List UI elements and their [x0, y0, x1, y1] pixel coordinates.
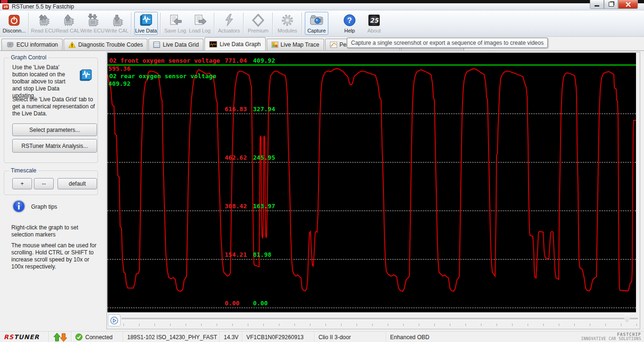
timescale-zoom-out-button[interactable]: -- [34, 178, 54, 189]
toolbar-separator [160, 13, 161, 34]
chip-read-icon [61, 13, 75, 27]
tab-label: Diagnostic Trouble Codes [78, 41, 143, 48]
green-axis-tick: 81.98 [253, 251, 271, 259]
green-axis-tick: 409.92 [253, 57, 275, 65]
tab-live-map-trace[interactable]: Live Map Trace [267, 39, 324, 50]
footer-logo-line1: FASTCHIP [581, 333, 641, 337]
graph-control-paragraph-1: Use the 'Live Data' button located on th… [12, 64, 75, 99]
chip-icon [6, 41, 14, 48]
button-label: Select parameters... [29, 127, 80, 133]
waveform-icon [139, 13, 153, 27]
red-axis-tick: 616.83 [225, 106, 247, 113]
statusbar-brand: RSTUNER [0, 332, 49, 342]
red-axis-tick: 154.21 [225, 251, 247, 259]
doc-save-icon [168, 13, 182, 27]
capture-button[interactable]: Capture [305, 12, 328, 35]
close-icon [625, 2, 631, 7]
read-cal-button[interactable]: Read CAL [56, 12, 80, 35]
toolbar-separator [131, 13, 132, 34]
button-label: + [20, 180, 24, 187]
toolbar-label: Save Log [164, 28, 186, 33]
chip-read-icon [36, 13, 50, 27]
timescale-zoom-in-button[interactable]: + [12, 178, 32, 189]
autoscroll-button[interactable] [108, 314, 121, 326]
window-controls [590, 0, 638, 9]
toolbar-label: About [367, 28, 381, 33]
write-cal-button[interactable]: Write CAL [105, 12, 129, 35]
connected-check-icon [75, 334, 82, 341]
question-icon: ? [343, 13, 356, 27]
toolbar-label: Load Log [189, 28, 211, 33]
chip-write-icon [110, 13, 124, 27]
background-logo [1, 0, 8, 3]
actuators-button[interactable]: Actuators [217, 12, 241, 35]
analyzer-icon [330, 41, 337, 48]
tab-live-data-graph[interactable]: Live Data Graph [204, 37, 265, 50]
diamond-icon [252, 13, 264, 27]
battery-voltage: 14.3V [220, 332, 243, 342]
save-log-button[interactable]: Save Log [163, 12, 187, 35]
toolbar-label: Premium [248, 28, 269, 33]
info-icon [12, 199, 26, 215]
ecu-protocol: 189S1-102 ISO_14230_PHY_FAST [123, 332, 220, 342]
play-icon [110, 317, 118, 325]
graph-tip-1: Right-click the graph to set selection m… [11, 224, 97, 238]
rear-sensor-name: O2 rear oxygen sensor voltage [109, 73, 216, 80]
brand-tuner: TUNER [14, 334, 39, 341]
modules-button[interactable]: Modules [276, 12, 299, 35]
map-trace-icon [271, 41, 278, 48]
main-toolbar: Disconn... Read ECU Read CAL Write ECU [0, 10, 644, 37]
toolbar-label: Write CAL [105, 28, 129, 33]
live-data-graph-plot[interactable]: O2 front oxygen sensor voltage 595.36 O2… [107, 53, 636, 312]
live-data-button[interactable]: Live Data [134, 12, 158, 35]
about-button[interactable]: 25 About [362, 12, 386, 35]
background-window-strip [0, 0, 644, 3]
timeline-slider-ticks [123, 324, 638, 326]
tab-diagnostic-trouble-codes[interactable]: Diagnostic Trouble Codes [64, 39, 147, 50]
toolbar-label: Read ECU [31, 28, 56, 33]
red-axis-tick: 308.42 [225, 203, 247, 210]
toolbar-label: Live Data [135, 28, 157, 33]
red-axis-tick: 771.04 [225, 57, 247, 65]
red-axis-tick: 0.00 [225, 300, 239, 307]
live-data-mini-icon [79, 69, 92, 83]
load-log-button[interactable]: Load Log [188, 12, 212, 35]
minimize-button[interactable] [590, 0, 604, 9]
disconnect-button[interactable]: Disconn... [2, 12, 26, 35]
lightning-icon [223, 13, 235, 27]
toolbar-separator [243, 13, 244, 34]
toolbar-label: Actuators [218, 28, 240, 33]
tab-ecu-information[interactable]: ECU information [1, 39, 63, 50]
chip-write-icon [85, 13, 99, 27]
select-parameters-button[interactable]: Select parameters... [12, 123, 97, 136]
premium-button[interactable]: Premium [246, 12, 270, 35]
tab-label: Live Map Trace [281, 41, 319, 48]
toolbar-label: Read CAL [56, 28, 80, 33]
toolbar-label: Disconn... [3, 28, 26, 33]
rstuner-window: 25 RSTuner 5.5 by Fastchip Disconn... Re… [0, 0, 644, 342]
capture-tooltip: Capture a single screenshot or export a … [347, 38, 548, 48]
fastchip-footer-logo: FASTCHIP INNOVATIVE CAR SOLUTIONS [581, 333, 641, 341]
tab-label: Live Data Graph [220, 41, 261, 48]
graph-control-paragraph-2: Select the 'Live Data Grid' tab to get a… [12, 96, 95, 117]
rear-sensor-value: 409.92 [108, 80, 130, 88]
help-button[interactable]: ? Help [338, 12, 361, 35]
toolbar-separator [302, 13, 302, 34]
matrix-analysis-button[interactable]: RSTuner Matrix Analysis... [12, 139, 97, 153]
graph-tip-2: The mouse wheel can be used for scrollin… [11, 242, 98, 270]
title-bar[interactable]: 25 RSTuner 5.5 by Fastchip [0, 3, 644, 10]
restore-button[interactable] [604, 0, 618, 9]
connection-label: Connected [85, 334, 113, 341]
svg-text:?: ? [347, 16, 352, 24]
timeline-slider-track[interactable] [122, 318, 638, 320]
timescale-default-button[interactable]: default [57, 178, 97, 189]
tab-live-data-grid[interactable]: Live Data Grid [148, 39, 204, 50]
close-button[interactable] [618, 0, 638, 9]
write-ecu-button[interactable]: Write ECU [81, 12, 104, 35]
power-disconnect-icon [8, 13, 21, 27]
red-axis-tick: 462.62 [225, 154, 247, 162]
warning-icon [68, 41, 76, 48]
read-ecu-button[interactable]: Read ECU [32, 12, 55, 35]
graph-tips-title: Graph tips [31, 204, 57, 211]
window-title: RSTuner 5.5 by Fastchip [12, 3, 74, 10]
